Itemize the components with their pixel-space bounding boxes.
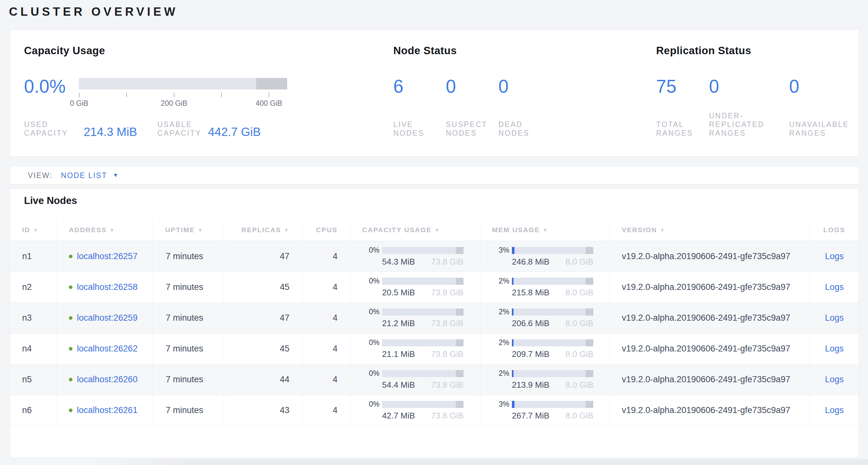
node-version: v19.2.0-alpha.20190606-2491-gfe735c9a97: [610, 333, 810, 364]
capacity-usage-cell: 0% 21.2 MiB73.8 GiB: [351, 303, 480, 333]
capacity-used-value: 54.3 MiB: [382, 257, 415, 267]
capacity-total-value: 73.8 GiB: [431, 411, 464, 421]
mem-total-value: 8.0 GiB: [565, 349, 593, 359]
column-header-mem-usage[interactable]: MEM USAGE▼: [480, 219, 610, 241]
mem-total-value: 8.0 GiB: [565, 411, 593, 421]
logs-link[interactable]: Logs: [825, 375, 844, 384]
total-ranges-label: TOTAL RANGES: [656, 120, 700, 138]
capacity-usage-cell: 0% 54.4 MiB73.8 GiB: [351, 364, 480, 395]
capacity-meter: [382, 278, 464, 285]
capacity-total-value: 73.8 GiB: [431, 257, 464, 267]
logs-link[interactable]: Logs: [825, 344, 844, 354]
total-ranges-count: 75: [656, 77, 676, 95]
logs-link[interactable]: Logs: [825, 405, 844, 415]
axis-tick-label: 200 GiB: [161, 99, 187, 108]
node-address-link[interactable]: localhost:26260: [77, 375, 137, 384]
mem-used-value: 246.8 MiB: [512, 257, 549, 267]
node-id: n5: [10, 364, 57, 395]
node-address-link[interactable]: localhost:26259: [77, 313, 137, 323]
axis-tick: [269, 93, 269, 97]
node-id: n2: [10, 272, 57, 302]
node-uptime: 7 minutes: [153, 364, 224, 395]
view-dropdown-value: NODE LIST: [61, 171, 107, 180]
capacity-usage-cell: 0% 21.1 MiB73.8 GiB: [351, 333, 480, 364]
capacity-total-value: 73.8 GiB: [431, 288, 464, 298]
logs-cell: Logs: [810, 395, 859, 426]
capacity-used-value: 42.7 MiB: [382, 411, 415, 421]
column-header-address[interactable]: ADDRESS▼: [57, 219, 153, 241]
logs-link[interactable]: Logs: [825, 282, 844, 292]
node-cpus: 4: [303, 333, 351, 364]
node-address-link[interactable]: localhost:26257: [77, 252, 137, 261]
node-cpus: 4: [303, 241, 351, 272]
column-header-id[interactable]: ID▼: [10, 219, 57, 241]
capacity-used-value: 54.4 MiB: [382, 380, 415, 390]
node-uptime: 7 minutes: [153, 303, 224, 333]
table-row: n4 localhost:26262 7 minutes 45 4 0% 21.…: [10, 333, 859, 364]
usable-capacity-label: USABLE CAPACITY: [157, 120, 214, 138]
node-address-link[interactable]: localhost:26258: [77, 282, 137, 292]
mem-used-value: 206.6 MiB: [512, 318, 549, 328]
column-header-replicas[interactable]: REPLICAS▼: [224, 219, 303, 241]
suspect-nodes-count: 0: [446, 77, 456, 95]
mem-used-value: 267.7 MiB: [512, 411, 549, 421]
live-nodes-title: Live Nodes: [24, 195, 77, 206]
column-header-version[interactable]: VERSION▼: [610, 219, 810, 241]
node-uptime: 7 minutes: [153, 395, 224, 426]
view-dropdown[interactable]: NODE LIST ▼: [61, 171, 118, 180]
live-nodes-label: LIVE NODES: [393, 120, 433, 138]
cluster-summary-panel: Capacity Usage 0.0% 0 GiB 200 GiB 400 Gi…: [10, 29, 859, 156]
logs-link[interactable]: Logs: [825, 313, 844, 323]
logs-link[interactable]: Logs: [825, 252, 844, 261]
capacity-meter: [382, 309, 464, 316]
axis-tick: [221, 93, 222, 97]
capacity-percent-label: 0%: [359, 400, 379, 409]
mem-percent-label: 3%: [489, 246, 509, 255]
capacity-used-value: 20.5 MiB: [382, 288, 415, 298]
mem-meter: [512, 278, 593, 285]
capacity-percent: 0.0%: [24, 77, 66, 95]
mem-usage-cell: 2% 213.9 MiB8.0 GiB: [480, 364, 610, 395]
node-address-cell: localhost:26259: [57, 303, 153, 333]
live-status-icon: [69, 285, 72, 289]
capacity-percent-label: 0%: [359, 246, 379, 255]
page-title: CLUSTER OVERVIEW: [9, 5, 178, 19]
mem-usage-cell: 3% 267.7 MiB8.0 GiB: [480, 395, 610, 426]
node-replicas: 47: [224, 241, 303, 272]
mem-usage-cell: 2% 215.8 MiB8.0 GiB: [480, 272, 610, 302]
column-header-logs: LOGS: [810, 219, 859, 241]
sort-arrow-icon: ▼: [660, 227, 665, 233]
node-address-link[interactable]: localhost:26261: [77, 405, 137, 415]
node-address-link[interactable]: localhost:26262: [77, 344, 137, 354]
node-replicas: 43: [224, 395, 303, 426]
node-address-cell: localhost:26262: [57, 333, 153, 364]
sort-arrow-icon: ▼: [542, 227, 548, 233]
column-header-uptime[interactable]: UPTIME▼: [153, 219, 224, 241]
unavailable-count: 0: [789, 77, 799, 95]
capacity-gauge-track: [79, 78, 287, 89]
node-cpus: 4: [303, 364, 351, 395]
live-nodes-count: 6: [393, 77, 404, 95]
node-replicas: 45: [224, 333, 303, 364]
column-header-capacity-usage[interactable]: CAPACITY USAGE▼: [351, 219, 480, 241]
capacity-used-value: 21.2 MiB: [382, 318, 415, 328]
mem-meter: [512, 339, 593, 346]
mem-usage-cell: 2% 209.7 MiB8.0 GiB: [480, 333, 610, 364]
usable-capacity-value: 442.7 GiB: [208, 125, 261, 139]
mem-total-value: 8.0 GiB: [565, 380, 593, 390]
node-address-cell: localhost:26260: [57, 364, 153, 395]
capacity-total-value: 73.8 GiB: [431, 380, 464, 390]
column-header-cpus[interactable]: CPUS: [303, 219, 351, 241]
view-label: VIEW:: [28, 171, 53, 180]
axis-tick: [79, 93, 80, 97]
node-id: n6: [10, 395, 57, 426]
view-bar: VIEW: NODE LIST ▼: [10, 166, 859, 185]
mem-percent-label: 2%: [489, 338, 509, 347]
mem-meter: [512, 309, 593, 316]
table-row: n1 localhost:26257 7 minutes 47 4 0% 54.…: [10, 241, 859, 272]
mem-percent-label: 3%: [489, 400, 509, 409]
mem-total-value: 8.0 GiB: [565, 288, 593, 298]
capacity-used-value: 21.1 MiB: [382, 349, 415, 359]
live-nodes-panel: Live Nodes ID▼ ADDRESS▼ UPTIME▼ REPLICAS…: [10, 188, 859, 458]
node-cpus: 4: [303, 272, 351, 302]
